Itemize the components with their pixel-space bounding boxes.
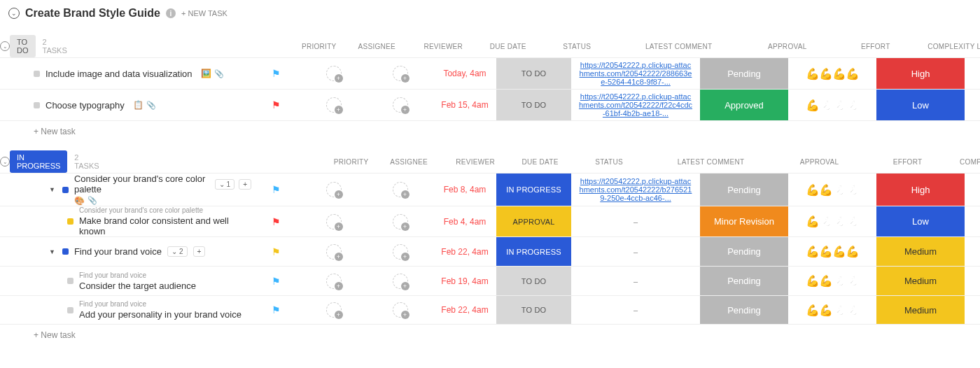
due-date[interactable]: Feb 15, 4am bbox=[433, 90, 496, 120]
task-name[interactable]: Consider the target audience bbox=[79, 281, 196, 291]
col-assignee[interactable]: ASSIGNEE bbox=[376, 158, 442, 166]
complexity-cell[interactable]: Medium bbox=[876, 267, 965, 295]
task-name[interactable]: Include image and data visualization bbox=[46, 69, 192, 79]
complexity-cell[interactable]: High bbox=[876, 174, 965, 206]
approval-cell[interactable]: Pending bbox=[700, 267, 788, 295]
effort-cell[interactable]: 💪💪💪💪 bbox=[788, 237, 876, 266]
assignee-add[interactable] bbox=[326, 66, 342, 81]
task-name[interactable]: Add your personality in your brand voice bbox=[79, 309, 241, 320]
complexity-cell[interactable]: Low bbox=[876, 206, 965, 236]
col-approval[interactable]: APPROVAL bbox=[743, 43, 832, 50]
add-subtask-chip[interactable]: + bbox=[239, 179, 251, 190]
attachment-icon[interactable]: 📎 bbox=[88, 196, 97, 206]
status-cell[interactable]: TO DO bbox=[496, 58, 571, 89]
priority-flag-icon[interactable]: ⚑ bbox=[272, 246, 281, 257]
comment-link[interactable]: https://t20542222.p.clickup-attachments.… bbox=[578, 92, 693, 118]
effort-cell[interactable]: 💪💪💪💪 bbox=[788, 267, 876, 295]
col-priority[interactable]: PRIORITY bbox=[327, 158, 376, 166]
priority-flag-icon[interactable]: ⚑ bbox=[272, 276, 281, 287]
col-effort[interactable]: EFFORT bbox=[864, 158, 952, 166]
new-task-button[interactable]: + NEW TASK bbox=[181, 9, 227, 17]
status-square-icon[interactable] bbox=[62, 187, 69, 193]
table-row[interactable]: Find your brand voice Consider the targe… bbox=[0, 266, 980, 295]
table-row[interactable]: ▼ Consider your brand's core color palet… bbox=[0, 173, 980, 206]
collapse-all-icon[interactable]: ⌄ bbox=[8, 8, 20, 19]
effort-cell[interactable]: 💪💪💪💪 bbox=[788, 206, 876, 236]
status-square-icon[interactable] bbox=[67, 278, 74, 284]
comment-cell[interactable]: https://t20542222.p.clickup-attachments.… bbox=[571, 90, 700, 120]
table-row[interactable]: Include image and data visualization 🖼️📎… bbox=[0, 57, 980, 89]
reviewer-add[interactable] bbox=[393, 182, 408, 197]
table-row[interactable]: Consider your brand's core color palette… bbox=[0, 206, 980, 236]
col-due[interactable]: DUE DATE bbox=[477, 43, 540, 50]
add-subtask-chip[interactable]: + bbox=[193, 246, 206, 257]
priority-flag-icon[interactable]: ⚑ bbox=[272, 99, 281, 111]
table-row[interactable]: ▼ Find your brand voice ⌄ 2 + ⚑ Feb 22, … bbox=[0, 236, 980, 266]
comment-cell[interactable]: – bbox=[571, 237, 700, 266]
reviewer-add[interactable] bbox=[393, 244, 408, 260]
approval-cell[interactable]: Pending bbox=[700, 58, 788, 89]
col-due[interactable]: DUE DATE bbox=[509, 158, 572, 166]
due-date[interactable]: Feb 22, 4am bbox=[433, 237, 496, 266]
status-square-icon[interactable] bbox=[62, 248, 69, 255]
col-complexity[interactable]: COMPLEXITY LEVEL bbox=[920, 43, 980, 50]
priority-flag-icon[interactable]: ⚑ bbox=[272, 184, 281, 195]
approval-cell[interactable]: Pending bbox=[700, 237, 788, 266]
comment-cell[interactable]: – bbox=[571, 206, 700, 236]
due-date[interactable]: Feb 8, 4am bbox=[433, 174, 496, 206]
group-collapse-icon[interactable]: ⌄ bbox=[0, 157, 10, 167]
task-name[interactable]: Choose typography bbox=[46, 100, 125, 111]
new-task-row[interactable]: + New task bbox=[0, 325, 980, 346]
status-cell[interactable]: APPROVAL bbox=[496, 206, 571, 236]
status-square-icon[interactable] bbox=[34, 102, 40, 108]
table-row[interactable]: Find your brand voice Add your personali… bbox=[0, 295, 980, 325]
col-assignee[interactable]: ASSIGNEE bbox=[344, 43, 410, 50]
col-reviewer[interactable]: REVIEWER bbox=[442, 158, 509, 166]
table-row[interactable]: Choose typography 📋📎 ⚑ Feb 15, 4am TO DO… bbox=[0, 89, 980, 121]
complexity-cell[interactable]: Medium bbox=[876, 237, 965, 266]
due-date[interactable]: Today, 4am bbox=[433, 58, 496, 89]
col-priority[interactable]: PRIORITY bbox=[295, 43, 344, 50]
info-icon[interactable]: i bbox=[166, 8, 176, 18]
reviewer-add[interactable] bbox=[393, 274, 408, 289]
col-comment[interactable]: LATEST COMMENT bbox=[615, 43, 743, 50]
status-cell[interactable]: TO DO bbox=[496, 296, 571, 324]
approval-cell[interactable]: Pending bbox=[700, 296, 788, 324]
complexity-cell[interactable]: High bbox=[876, 58, 965, 89]
attachment-icon[interactable]: 📎 bbox=[214, 69, 224, 78]
group-collapse-icon[interactable]: ⌄ bbox=[0, 41, 10, 51]
reviewer-add[interactable] bbox=[393, 302, 408, 318]
status-cell[interactable]: TO DO bbox=[496, 90, 571, 120]
subtask-count-chip[interactable]: ⌄ 1 bbox=[215, 179, 235, 190]
assignee-add[interactable] bbox=[326, 302, 342, 318]
effort-cell[interactable]: 💪💪💪💪 bbox=[788, 90, 876, 120]
priority-flag-icon[interactable]: ⚑ bbox=[272, 216, 281, 227]
reviewer-add[interactable] bbox=[393, 214, 408, 229]
status-square-icon[interactable] bbox=[67, 218, 74, 225]
subtask-count-chip[interactable]: ⌄ 2 bbox=[167, 246, 188, 257]
expand-caret-icon[interactable]: ▼ bbox=[49, 248, 55, 255]
status-square-icon[interactable] bbox=[34, 71, 40, 77]
approval-cell[interactable]: Pending bbox=[700, 174, 788, 206]
col-status[interactable]: STATUS bbox=[540, 43, 615, 50]
comment-cell[interactable]: – bbox=[571, 267, 700, 295]
priority-flag-icon[interactable]: ⚑ bbox=[272, 68, 281, 79]
comment-cell[interactable]: – bbox=[571, 296, 700, 324]
assignee-add[interactable] bbox=[326, 214, 342, 229]
comment-cell[interactable]: https://t20542222.p.clickup-attachments.… bbox=[571, 174, 700, 206]
col-approval[interactable]: APPROVAL bbox=[776, 158, 864, 166]
col-status[interactable]: STATUS bbox=[572, 158, 647, 166]
assignee-add[interactable] bbox=[326, 274, 342, 289]
effort-cell[interactable]: 💪💪💪💪 bbox=[788, 174, 876, 206]
effort-cell[interactable]: 💪💪💪💪 bbox=[788, 58, 876, 89]
status-square-icon[interactable] bbox=[67, 307, 74, 313]
assignee-add[interactable] bbox=[326, 244, 342, 260]
group-status-pill-inprogress[interactable]: IN PROGRESS bbox=[10, 150, 67, 173]
due-date[interactable]: Feb 4, 4am bbox=[433, 206, 496, 236]
status-cell[interactable]: IN PROGRESS bbox=[496, 174, 571, 206]
group-status-pill-todo[interactable]: TO DO bbox=[10, 35, 36, 57]
comment-cell[interactable]: https://t20542222.p.clickup-attachments.… bbox=[571, 58, 700, 89]
col-complexity[interactable]: COMPLEXITY LEVEL bbox=[952, 158, 980, 166]
attachment-icon[interactable]: 📎 bbox=[146, 101, 156, 110]
new-task-row[interactable]: + New task bbox=[0, 121, 980, 142]
